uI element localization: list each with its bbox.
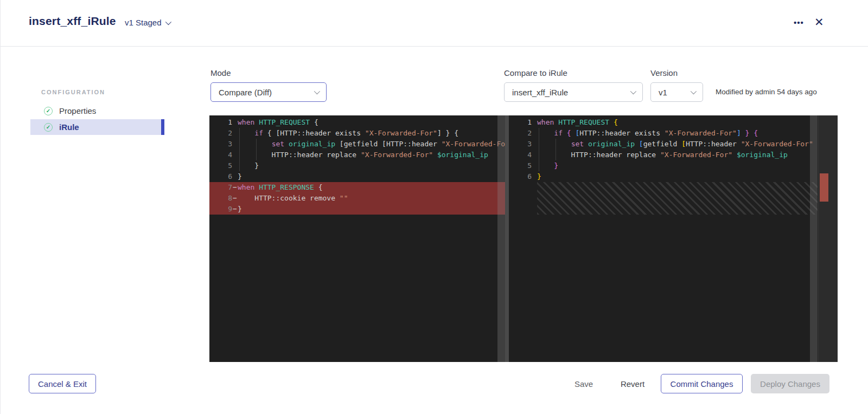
sidebar-item-irule[interactable]: ✓ iRule xyxy=(30,119,164,135)
diff-removed-marker xyxy=(820,173,828,202)
chevron-down-icon xyxy=(165,18,171,24)
version-select[interactable]: v1 xyxy=(650,82,703,102)
code-text: } xyxy=(238,160,505,171)
line-number: 9 xyxy=(209,204,232,215)
diff-sash-divider[interactable] xyxy=(505,115,509,362)
deploy-changes-label: Deploy Changes xyxy=(760,379,820,389)
selected-indicator-bar xyxy=(161,119,164,135)
gutter-spacer xyxy=(232,139,238,150)
save-label: Save xyxy=(575,379,593,389)
code-line[interactable]: 5 } xyxy=(209,160,505,171)
sidebar-section-label: CONFIGURATION xyxy=(41,89,105,95)
gutter-spacer xyxy=(532,117,537,128)
code-text: when HTTP_REQUEST { xyxy=(238,117,505,128)
gutter-spacer xyxy=(232,117,238,128)
line-number: 1 xyxy=(209,117,232,128)
chevron-down-icon xyxy=(314,88,320,94)
line-number: 3 xyxy=(509,139,532,150)
code-line[interactable]: 3 set original_ip [getfield [HTTP::heade… xyxy=(509,139,838,150)
cancel-exit-button[interactable]: Cancel & Exit xyxy=(29,374,96,393)
deploy-changes-button[interactable]: Deploy Changes xyxy=(751,374,829,393)
gutter-spacer xyxy=(232,171,238,182)
close-icon: ✕ xyxy=(814,16,824,28)
deleted-lines-placeholder xyxy=(537,182,818,215)
gutter-spacer xyxy=(532,171,537,182)
chevron-down-icon xyxy=(630,88,636,94)
sidebar-item-label: Properties xyxy=(59,106,96,115)
diff-editor: 1when HTTP_REQUEST {2 if { [HTTP::header… xyxy=(209,115,838,362)
line-number: 5 xyxy=(509,160,532,171)
code-line[interactable]: 7−when HTTP_RESPONSE { xyxy=(209,182,505,193)
code-line[interactable]: 6} xyxy=(509,171,838,182)
gutter-spacer xyxy=(232,128,238,139)
mode-value: Compare (Diff) xyxy=(219,88,272,97)
compare-to-select[interactable]: insert_xff_iRule xyxy=(504,82,643,102)
scrollbar[interactable] xyxy=(810,115,818,362)
version-staged-label: v1 Staged xyxy=(125,18,162,27)
gutter-spacer xyxy=(232,160,238,171)
code-line[interactable]: 2 if { [HTTP::header exists "X-Forwarded… xyxy=(209,128,505,139)
code-line[interactable]: 3 set original_ip [getfield [HTTP::heade… xyxy=(209,139,505,150)
code-content-original: 1when HTTP_REQUEST {2 if { [HTTP::header… xyxy=(209,117,505,215)
code-text: HTTP::header replace "X-Forwarded-For" $… xyxy=(537,150,838,160)
code-line[interactable]: 1when HTTP_REQUEST { xyxy=(509,117,838,128)
code-line[interactable]: 5 } xyxy=(509,160,838,171)
code-line[interactable]: 1when HTTP_REQUEST { xyxy=(209,117,505,128)
code-line[interactable]: 4 HTTP::header replace "X-Forwarded-For"… xyxy=(209,150,505,160)
line-number: 7 xyxy=(209,182,232,193)
code-text: } xyxy=(537,160,838,171)
code-line[interactable]: 9−} xyxy=(209,204,505,215)
diff-minus-icon: − xyxy=(232,182,238,193)
diff-modified-pane[interactable]: 1when HTTP_REQUEST {2 if { [HTTP::header… xyxy=(509,115,838,362)
gutter-spacer xyxy=(232,150,238,160)
code-line[interactable]: 6} xyxy=(209,171,505,182)
commit-changes-label: Commit Changes xyxy=(671,379,733,389)
sidebar-item-label: iRule xyxy=(59,122,79,132)
compare-to-label: Compare to iRule xyxy=(504,68,567,77)
scrollbar[interactable] xyxy=(497,115,505,362)
version-value: v1 xyxy=(659,88,667,97)
code-line[interactable]: 4 HTTP::header replace "X-Forwarded-For"… xyxy=(509,150,838,160)
diff-original-pane[interactable]: 1when HTTP_REQUEST {2 if { [HTTP::header… xyxy=(209,115,505,362)
line-number: 2 xyxy=(509,128,532,139)
code-text: } xyxy=(537,171,838,182)
save-button[interactable]: Save xyxy=(565,374,603,393)
code-text: when HTTP_REQUEST { xyxy=(537,117,838,128)
code-line[interactable]: 8− HTTP::cookie remove "" xyxy=(209,193,505,204)
revert-button[interactable]: Revert xyxy=(612,374,653,393)
ellipsis-icon: ••• xyxy=(794,18,804,27)
mode-select[interactable]: Compare (Diff) xyxy=(210,82,327,102)
sidebar-item-properties[interactable]: ✓ Properties xyxy=(30,103,164,119)
code-content-modified: 1when HTTP_REQUEST {2 if { [HTTP::header… xyxy=(509,117,838,182)
check-circle-icon: ✓ xyxy=(44,107,53,115)
line-number: 4 xyxy=(509,150,532,160)
page-title: insert_xff_iRule xyxy=(29,15,116,28)
code-text: set original_ip [getfield [HTTP::header … xyxy=(238,139,505,150)
gutter-spacer xyxy=(532,150,537,160)
code-text: HTTP::header replace "X-Forwarded-For" $… xyxy=(238,150,505,160)
cancel-exit-label: Cancel & Exit xyxy=(38,379,87,389)
version-staged-dropdown[interactable]: v1 Staged xyxy=(125,18,170,27)
code-line[interactable]: 2 if { [HTTP::header exists "X-Forwarded… xyxy=(509,128,838,139)
modified-note: Modified by admin 54 days ago xyxy=(716,88,817,96)
code-text: } xyxy=(238,171,505,182)
line-number: 4 xyxy=(209,150,232,160)
more-options-button[interactable]: ••• xyxy=(794,18,804,27)
gutter-spacer xyxy=(532,160,537,171)
code-text: when HTTP_RESPONSE { xyxy=(238,182,505,193)
diff-minus-icon: − xyxy=(232,204,238,215)
commit-changes-button[interactable]: Commit Changes xyxy=(661,374,743,393)
check-circle-icon: ✓ xyxy=(44,123,53,132)
diff-minus-icon: − xyxy=(232,193,238,204)
mode-label: Mode xyxy=(210,68,231,77)
irule-editor-dialog: insert_xff_iRule v1 Staged ••• ✕ CONFIGU… xyxy=(0,0,868,414)
overview-ruler[interactable] xyxy=(818,115,838,362)
close-button[interactable]: ✕ xyxy=(814,16,824,29)
line-number: 2 xyxy=(209,128,232,139)
compare-to-value: insert_xff_iRule xyxy=(512,88,568,97)
header-divider xyxy=(1,46,868,47)
chevron-down-icon xyxy=(691,88,697,94)
line-number: 6 xyxy=(209,171,232,182)
gutter-spacer xyxy=(532,128,537,139)
code-text: HTTP::cookie remove "" xyxy=(238,193,505,204)
